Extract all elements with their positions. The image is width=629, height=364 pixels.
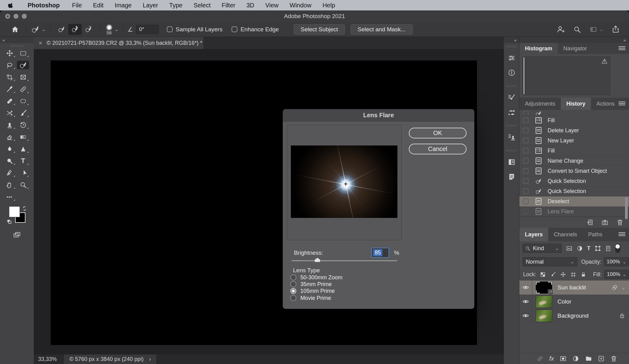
- chevron-down-icon[interactable]: ⌄: [42, 27, 46, 32]
- lock-artboard-icon[interactable]: [570, 272, 576, 277]
- search-icon[interactable]: [573, 25, 581, 33]
- history-source-checkbox[interactable]: [523, 188, 529, 194]
- menu-item-filter[interactable]: Filter: [216, 2, 241, 9]
- status-expand-icon[interactable]: ›: [149, 356, 151, 362]
- lens-type-option-selected[interactable]: 105mm Prime: [290, 288, 335, 294]
- history-scrollbar[interactable]: [625, 197, 628, 219]
- history-source-checkbox[interactable]: [523, 138, 529, 143]
- subtract-from-selection-mode-button[interactable]: [82, 24, 95, 35]
- tab-channels[interactable]: Channels: [548, 228, 583, 241]
- crop-tool-icon[interactable]: [3, 73, 16, 81]
- new-layer-icon[interactable]: [598, 355, 605, 362]
- radio-icon[interactable]: [290, 274, 296, 281]
- opacity-input[interactable]: 100% ⌄: [604, 257, 629, 266]
- menu-item-image[interactable]: Image: [109, 2, 137, 9]
- lens-type-option[interactable]: 35mm Prime: [290, 281, 332, 288]
- lasso-tool-icon[interactable]: [3, 61, 16, 69]
- new-document-from-state-icon[interactable]: [586, 219, 593, 226]
- add-layer-mask-icon[interactable]: [560, 355, 567, 362]
- collapse-panel-icon[interactable]: «: [514, 37, 517, 43]
- sharpen-tool-icon[interactable]: [17, 145, 29, 153]
- flare-center-crosshair[interactable]: +: [344, 180, 348, 188]
- toolbar-grip[interactable]: [10, 45, 23, 47]
- spot-healing-brush-tool-icon[interactable]: [17, 85, 29, 93]
- move-tool-icon[interactable]: [3, 49, 16, 57]
- edit-toolbar-icon[interactable]: •••: [3, 192, 16, 201]
- enhance-edge-checkbox[interactable]: [232, 26, 237, 32]
- layer-visibility-toggle[interactable]: [519, 295, 532, 308]
- document-tab[interactable]: × © 20210721-P57B0239.CR2 @ 33,3% (Sun b…: [34, 37, 203, 49]
- layer-filter-kind-select[interactable]: Kind ⌄: [522, 244, 562, 253]
- clone-stamp-tool-icon[interactable]: [3, 121, 16, 129]
- menu-item-file[interactable]: File: [66, 2, 87, 9]
- warning-icon[interactable]: ⚠: [601, 57, 608, 65]
- quick-selection-tool-icon[interactable]: [17, 61, 29, 69]
- history-source-checkbox[interactable]: [523, 178, 529, 184]
- background-lock-icon[interactable]: [619, 312, 625, 319]
- radio-icon[interactable]: [290, 281, 296, 287]
- screen-mode-icon[interactable]: [12, 231, 21, 239]
- menu-item-view[interactable]: View: [260, 2, 284, 9]
- cancel-button[interactable]: Cancel: [409, 144, 467, 154]
- layer-style-fx-icon[interactable]: fx: [549, 355, 554, 362]
- lock-position-icon[interactable]: [560, 272, 566, 277]
- add-to-selection-mode-button[interactable]: [68, 24, 82, 35]
- filter-type-layers-icon[interactable]: T: [587, 245, 591, 252]
- brush-angle-input[interactable]: 0°: [136, 25, 159, 34]
- eraser-tool-icon[interactable]: [3, 133, 16, 141]
- menu-item-help[interactable]: Help: [317, 2, 341, 9]
- filter-shape-layers-icon[interactable]: [595, 245, 601, 252]
- menu-item-photoshop[interactable]: Photoshop: [22, 2, 66, 9]
- history-row[interactable]: Quick Selection: [519, 176, 629, 186]
- sample-all-layers-checkbox[interactable]: [167, 26, 173, 32]
- layer-name[interactable]: Sun backlit: [557, 284, 586, 291]
- menu-item-3d[interactable]: 3D: [241, 2, 260, 9]
- menu-item-window[interactable]: Window: [284, 2, 317, 9]
- layer-visibility-toggle[interactable]: [519, 309, 532, 323]
- account-icon[interactable]: [557, 25, 565, 33]
- dock-header[interactable]: «: [504, 37, 519, 43]
- tab-paths[interactable]: Paths: [583, 228, 608, 241]
- filter-adjustment-layers-icon[interactable]: [576, 245, 583, 252]
- delete-state-trash-icon[interactable]: [616, 219, 623, 226]
- lock-all-icon[interactable]: [580, 272, 586, 277]
- blend-mode-select[interactable]: Normal ⌄: [522, 257, 577, 266]
- lock-transparency-icon[interactable]: [540, 272, 546, 277]
- delete-layer-trash-icon[interactable]: [610, 355, 617, 362]
- panel-menu-icon[interactable]: [619, 232, 625, 237]
- history-row[interactable]: Name Change: [519, 156, 629, 166]
- patch-tool-icon[interactable]: [17, 97, 29, 105]
- path-selection-tool-icon[interactable]: [17, 168, 29, 177]
- history-row[interactable]: Convert to Smart Object: [519, 166, 629, 176]
- dialog-title-bar[interactable]: Lens Flare: [283, 109, 474, 122]
- apple-logo-icon[interactable]: [8, 2, 14, 8]
- history-row[interactable]: Quick Selection: [519, 186, 629, 196]
- panel-grip[interactable]: [506, 85, 517, 87]
- history-source-checkbox[interactable]: [523, 118, 529, 123]
- panel-grip[interactable]: [506, 125, 517, 127]
- new-selection-mode-button[interactable]: [55, 24, 68, 35]
- tab-adjustments[interactable]: Adjustments: [519, 98, 561, 110]
- layer-thumbnail[interactable]: [536, 296, 552, 308]
- select-and-mask-button[interactable]: Select and Mask...: [350, 24, 412, 35]
- chevron-down-icon[interactable]: ⌄: [621, 285, 625, 290]
- tab-histogram[interactable]: Histogram: [519, 43, 558, 54]
- brightness-input[interactable]: 85: [371, 248, 389, 258]
- panel-grip[interactable]: [506, 149, 517, 152]
- history-source-checkbox[interactable]: [523, 199, 529, 204]
- smart-filters-icon[interactable]: [611, 284, 618, 291]
- lock-pixels-icon[interactable]: [550, 272, 556, 277]
- chevron-down-icon[interactable]: ⌄: [115, 27, 119, 32]
- default-colors-icon[interactable]: [7, 219, 12, 224]
- tab-navigator[interactable]: Navigator: [558, 43, 592, 54]
- frame-tool-icon[interactable]: [17, 73, 29, 81]
- history-source-checkbox[interactable]: [523, 148, 529, 153]
- lens-type-option[interactable]: Movie Prime: [290, 295, 331, 301]
- close-tab-icon[interactable]: ×: [39, 40, 42, 47]
- history-row[interactable]: Delete Layer: [519, 126, 629, 136]
- history-source-checkbox[interactable]: [523, 111, 529, 115]
- history-source-checkbox[interactable]: [523, 128, 529, 133]
- layer-visibility-toggle[interactable]: [519, 281, 532, 294]
- history-row[interactable]: Fill: [519, 146, 629, 156]
- toolbar-dock-header[interactable]: «: [0, 37, 34, 43]
